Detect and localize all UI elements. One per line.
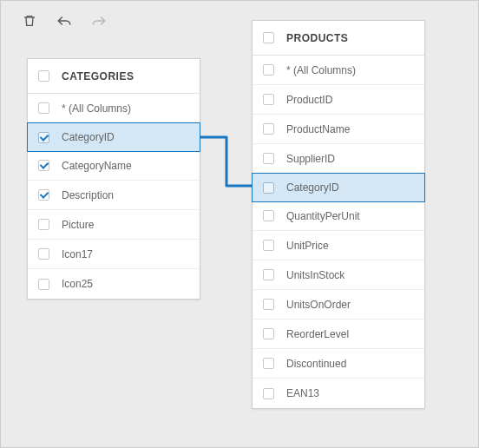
column-row[interactable]: Description (28, 181, 200, 210)
column-label: ReorderLevel (286, 328, 349, 340)
select-all-checkbox[interactable] (38, 70, 49, 82)
table-header[interactable]: PRODUCTS (253, 21, 424, 56)
table-header[interactable]: CATEGORIES (28, 59, 200, 94)
column-row[interactable]: ProductName (253, 115, 424, 144)
column-row[interactable]: Picture (28, 210, 200, 240)
column-checkbox[interactable] (263, 388, 274, 399)
column-checkbox[interactable] (263, 94, 274, 105)
column-checkbox[interactable] (263, 153, 274, 164)
column-label: QuantityPerUnit (286, 210, 360, 222)
column-label: ProductID (286, 94, 332, 106)
column-label: Icon17 (62, 248, 93, 260)
column-checkbox[interactable] (38, 279, 49, 290)
table-title: CATEGORIES (62, 70, 134, 82)
column-checkbox[interactable] (263, 182, 274, 194)
column-checkbox[interactable] (263, 240, 274, 251)
column-label: * (All Columns) (62, 102, 131, 115)
column-label: UnitsOnOrder (286, 299, 351, 311)
column-row[interactable]: UnitPrice (253, 231, 424, 260)
column-label: SupplierID (286, 153, 335, 165)
column-label: CategoryID (62, 131, 115, 143)
column-row[interactable]: * (All Columns) (28, 94, 200, 123)
column-label: UnitPrice (286, 240, 329, 252)
column-checkbox[interactable] (263, 123, 274, 135)
column-checkbox[interactable] (38, 132, 49, 143)
column-row[interactable]: EAN13 (253, 379, 424, 408)
undo-icon (56, 14, 72, 28)
column-label: CategoryName (62, 160, 132, 172)
column-checkbox[interactable] (38, 248, 49, 260)
column-row[interactable]: Icon17 (28, 240, 200, 269)
undo-button[interactable] (56, 13, 72, 29)
column-checkbox[interactable] (263, 64, 274, 76)
column-label: UnitsInStock (286, 269, 344, 281)
column-row[interactable]: CategoryID (27, 122, 200, 152)
column-label: Discontinued (286, 358, 346, 370)
trash-icon (23, 14, 36, 28)
redo-button[interactable] (91, 13, 107, 29)
column-row[interactable]: ReorderLevel (253, 320, 424, 349)
select-all-checkbox[interactable] (263, 32, 274, 43)
column-row[interactable]: SupplierID (253, 144, 424, 174)
column-row[interactable]: UnitsOnOrder (253, 290, 424, 320)
column-checkbox[interactable] (263, 328, 274, 339)
design-canvas[interactable]: CATEGORIES * (All Columns)CategoryIDCate… (0, 0, 479, 448)
column-row[interactable]: * (All Columns) (253, 56, 424, 85)
column-checkbox[interactable] (263, 299, 274, 310)
table-panel-categories[interactable]: CATEGORIES * (All Columns)CategoryIDCate… (27, 58, 200, 300)
column-label: EAN13 (286, 387, 319, 399)
column-row[interactable]: UnitsInStock (253, 260, 424, 290)
column-row[interactable]: Icon25 (28, 269, 200, 299)
column-checkbox[interactable] (263, 358, 274, 369)
column-checkbox[interactable] (38, 219, 49, 230)
redo-icon (91, 14, 107, 28)
column-row[interactable]: CategoryID (252, 173, 425, 202)
column-label: Picture (62, 219, 94, 231)
column-label: Icon25 (62, 278, 93, 290)
column-row[interactable]: CategoryName (28, 151, 200, 181)
toolbar (22, 13, 107, 29)
column-checkbox[interactable] (38, 160, 49, 171)
table-title: PRODUCTS (286, 32, 348, 44)
column-label: * (All Columns) (286, 64, 356, 76)
column-label: ProductName (286, 123, 350, 135)
delete-button[interactable] (22, 13, 37, 29)
column-row[interactable]: ProductID (253, 85, 424, 115)
column-checkbox[interactable] (38, 189, 49, 201)
table-panel-products[interactable]: PRODUCTS * (All Columns)ProductIDProduct… (252, 20, 425, 409)
column-checkbox[interactable] (263, 210, 274, 221)
column-row[interactable]: Discontinued (253, 349, 424, 379)
column-label: CategoryID (286, 181, 339, 194)
column-checkbox[interactable] (38, 102, 49, 114)
column-label: Description (62, 189, 114, 201)
column-checkbox[interactable] (263, 269, 274, 280)
column-row[interactable]: QuantityPerUnit (253, 201, 424, 231)
